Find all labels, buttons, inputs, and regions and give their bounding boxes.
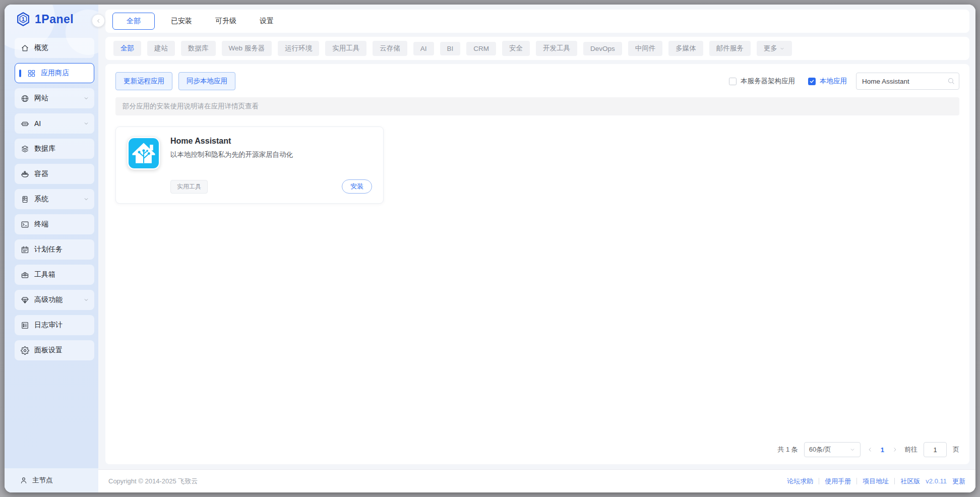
chevron-down-icon xyxy=(83,120,89,127)
container-icon xyxy=(21,170,29,178)
tab-bar: 全部已安装可升级设置 xyxy=(105,10,969,33)
install-button[interactable]: 安装 xyxy=(342,179,372,194)
pagination: 共 1 条 60条/页 1 前往 页 xyxy=(115,435,959,457)
next-page-button[interactable] xyxy=(891,446,898,453)
gear-icon xyxy=(21,346,29,355)
category-chip-tool[interactable]: 实用工具 xyxy=(325,41,366,56)
calendar-icon xyxy=(21,245,29,254)
sidebar-item-cronjob[interactable]: 计划任务 xyxy=(15,239,94,260)
footer-links: 论坛求助使用手册项目地址社区版v2.0.11更新 xyxy=(787,477,965,486)
active-indicator xyxy=(19,70,21,77)
footer-edition-link[interactable]: 社区版 xyxy=(900,477,920,486)
current-page[interactable]: 1 xyxy=(881,446,884,454)
category-chip-media[interactable]: 多媒体 xyxy=(668,41,703,56)
footer-update-link[interactable]: 更新 xyxy=(952,477,965,486)
node-label: 主节点 xyxy=(32,476,53,485)
category-chip-bi[interactable]: BI xyxy=(440,42,461,55)
goto-page-input[interactable] xyxy=(924,442,947,457)
sidebar-item-label: 应用商店 xyxy=(41,69,69,78)
category-chip-web-server[interactable]: Web 服务器 xyxy=(222,41,272,56)
sidebar-item-website[interactable]: 网站 xyxy=(15,88,94,108)
category-chip-label: AI xyxy=(420,45,427,52)
robot-icon xyxy=(21,119,29,128)
search-icon xyxy=(947,77,955,87)
category-chip-security[interactable]: 安全 xyxy=(502,41,530,56)
category-chip-email[interactable]: 邮件服务 xyxy=(709,41,751,56)
sidebar-item-label: 终端 xyxy=(34,220,48,229)
category-chip-more[interactable]: 更多 xyxy=(757,41,792,56)
category-chip-all[interactable]: 全部 xyxy=(113,41,141,56)
category-chip-label: 云存储 xyxy=(380,44,400,53)
update-remote-apps-button[interactable]: 更新远程应用 xyxy=(115,72,172,90)
svg-text:1: 1 xyxy=(22,16,25,22)
tab-all[interactable]: 全部 xyxy=(112,13,155,30)
app-card-footer: 实用工具安装 xyxy=(170,179,372,194)
globe-icon xyxy=(21,94,29,103)
search-input[interactable] xyxy=(856,73,959,90)
page-size-select[interactable]: 60条/页 xyxy=(804,442,861,457)
category-chip-label: 更多 xyxy=(764,44,777,53)
local-filter-checkbox[interactable]: 本地应用 xyxy=(808,77,847,86)
sidebar-item-settings[interactable]: 面板设置 xyxy=(15,340,94,360)
category-chip-label: 开发工具 xyxy=(543,44,570,53)
sidebar-item-system[interactable]: 系统 xyxy=(15,189,94,209)
goto-label: 前往 xyxy=(904,445,917,454)
sidebar-item-label: AI xyxy=(34,119,41,128)
toolbar-filters: 本服务器架构应用 本地应用 xyxy=(716,73,959,90)
app-description: 以本地控制和隐私为先的开源家居自动化 xyxy=(170,150,372,159)
category-chip-crm[interactable]: CRM xyxy=(466,42,496,55)
node-selector[interactable]: 主节点 xyxy=(5,468,98,492)
sidebar-item-overview[interactable]: 概览 xyxy=(15,38,94,58)
app-category-tag: 实用工具 xyxy=(170,180,208,194)
prev-page-button[interactable] xyxy=(867,446,874,453)
sidebar-item-label: 容器 xyxy=(34,169,48,178)
footer-link-manual[interactable]: 使用手册 xyxy=(825,477,851,486)
sidebar-item-terminal[interactable]: 终端 xyxy=(15,214,94,234)
category-chip-ai[interactable]: AI xyxy=(413,42,434,55)
category-chip-database[interactable]: 数据库 xyxy=(181,41,216,56)
sidebar-item-ai[interactable]: AI xyxy=(15,113,94,134)
category-chip-website[interactable]: 建站 xyxy=(147,41,175,56)
sidebar-item-toolbox[interactable]: 工具箱 xyxy=(15,265,94,285)
checkbox-checked-icon xyxy=(808,78,816,85)
tab-settings[interactable]: 设置 xyxy=(260,13,274,30)
local-filter-label: 本地应用 xyxy=(820,77,847,86)
category-chip-label: 中间件 xyxy=(635,44,656,53)
sidebar-item-app-store[interactable]: 应用商店 xyxy=(15,63,94,83)
chevron-down-icon xyxy=(849,447,855,453)
category-chip-devops[interactable]: DevOps xyxy=(583,42,622,55)
app-store-panel: 更新远程应用 同步本地应用 本服务器架构应用 本地应用 xyxy=(105,64,969,464)
sidebar-collapse-button[interactable] xyxy=(92,14,105,27)
arch-filter-checkbox[interactable]: 本服务器架构应用 xyxy=(729,77,795,86)
category-chip-dev-tool[interactable]: 开发工具 xyxy=(536,41,577,56)
arch-filter-label: 本服务器架构应用 xyxy=(741,77,795,86)
footer-link-repo[interactable]: 项目地址 xyxy=(863,477,889,486)
sidebar-item-database[interactable]: 数据库 xyxy=(15,139,94,159)
sidebar-item-label: 高级功能 xyxy=(34,295,63,304)
app-card[interactable]: Home Assistant以本地控制和隐私为先的开源家居自动化实用工具安装 xyxy=(115,127,384,204)
checkbox-unchecked-icon xyxy=(729,78,737,85)
chevron-down-icon xyxy=(779,46,785,51)
sidebar-item-label: 系统 xyxy=(34,195,48,204)
category-chip-label: 全部 xyxy=(120,44,134,53)
category-chip-storage[interactable]: 云存储 xyxy=(373,41,407,56)
app-card-body: Home Assistant以本地控制和隐私为先的开源家居自动化实用工具安装 xyxy=(170,137,372,194)
tab-upgradable[interactable]: 可升级 xyxy=(215,13,236,30)
category-chip-runtime[interactable]: 运行环境 xyxy=(278,41,319,56)
sidebar-item-logs[interactable]: 日志审计 xyxy=(15,315,94,335)
sidebar-item-container[interactable]: 容器 xyxy=(15,164,94,184)
tab-installed[interactable]: 已安装 xyxy=(171,13,192,30)
footer-separator xyxy=(856,478,857,484)
chevron-down-icon xyxy=(83,297,89,303)
category-chip-middleware[interactable]: 中间件 xyxy=(628,41,663,56)
footer-link-forum[interactable]: 论坛求助 xyxy=(787,477,813,486)
main-area: 全部已安装可升级设置 全部建站数据库Web 服务器运行环境实用工具云存储AIBI… xyxy=(98,5,975,492)
toolbox-icon xyxy=(21,271,29,279)
category-chip-label: 运行环境 xyxy=(285,44,312,53)
category-chip-label: BI xyxy=(447,45,454,52)
sync-local-apps-button[interactable]: 同步本地应用 xyxy=(178,72,235,90)
sidebar-item-advanced[interactable]: 高级功能 xyxy=(15,290,94,310)
category-chip-label: 实用工具 xyxy=(332,44,359,53)
category-chip-label: 数据库 xyxy=(188,44,209,53)
chevron-down-icon xyxy=(83,95,89,101)
